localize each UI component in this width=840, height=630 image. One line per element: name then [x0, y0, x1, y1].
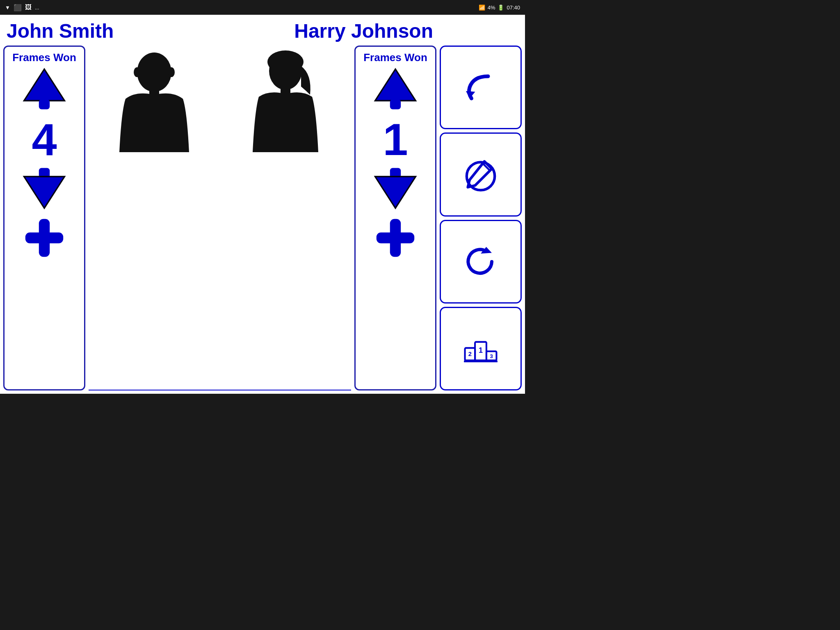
player2-score-panel: Frames Won 1 [354, 46, 436, 390]
refresh-button[interactable] [440, 220, 522, 304]
male-silhouette-svg [113, 50, 195, 156]
down-arrow-icon [22, 165, 67, 210]
content-row: Frames Won 4 [3, 46, 522, 390]
more-icon: ... [35, 5, 39, 11]
player2-name: Harry Johnson [294, 20, 433, 42]
svg-rect-5 [25, 232, 63, 243]
up-arrow-icon-2 [373, 67, 418, 112]
trophy-button[interactable]: 1 2 3 [440, 307, 522, 390]
player2-decrement-button[interactable] [373, 165, 418, 212]
app-icon-1: ⬛ [14, 4, 22, 11]
svg-text:3: 3 [490, 353, 493, 359]
svg-marker-19 [466, 91, 475, 98]
status-left: ▼ ⬛ 🖼 ... [5, 4, 39, 11]
svg-rect-14 [390, 99, 401, 109]
down-arrow-icon-2 [373, 165, 418, 210]
up-arrow-icon [22, 67, 67, 112]
svg-marker-0 [24, 69, 65, 100]
back-button[interactable] [440, 46, 522, 129]
svg-marker-16 [375, 176, 416, 208]
player1-avatar [109, 46, 199, 160]
player2-increment-button[interactable] [373, 67, 418, 114]
female-silhouette-svg [244, 50, 326, 156]
back-icon [462, 69, 499, 106]
trophy-icon: 1 2 3 [462, 330, 499, 367]
center-divider [89, 390, 351, 390]
svg-text:2: 2 [468, 351, 472, 357]
status-bar: ▼ ⬛ 🖼 ... 📶 4% 🔋 07:40 [0, 0, 525, 15]
center-area [89, 46, 351, 390]
svg-rect-1 [39, 99, 50, 109]
avatars-row [89, 46, 351, 160]
main-area: John Smith Harry Johnson Frames Won 4 [0, 15, 525, 394]
player1-score: 4 [32, 117, 57, 162]
svg-marker-13 [375, 69, 416, 100]
wifi-icon: 📶 [479, 5, 485, 11]
player1-increment-button[interactable] [22, 67, 67, 114]
refresh-icon [462, 243, 499, 280]
battery-icon: 🔋 [498, 5, 504, 11]
svg-marker-3 [24, 176, 65, 208]
player2-avatar [240, 46, 331, 160]
names-row: John Smith Harry Johnson [3, 18, 522, 44]
edit-icon [462, 156, 499, 193]
svg-text:1: 1 [479, 346, 483, 354]
svg-rect-18 [377, 232, 414, 243]
battery-percent: 4% [488, 5, 495, 11]
player2-add-button[interactable] [373, 215, 418, 262]
status-right: 📶 4% 🔋 07:40 [479, 5, 520, 11]
app-icon-2: 🖼 [25, 4, 32, 11]
plus-icon-2 [373, 215, 418, 260]
player1-frames-label: Frames Won [12, 52, 76, 64]
notification-arrow: ▼ [5, 5, 10, 11]
svg-point-11 [267, 50, 304, 73]
player2-score: 1 [383, 117, 408, 162]
player1-add-button[interactable] [22, 215, 67, 262]
right-action-panel: 1 2 3 [440, 46, 522, 390]
svg-point-8 [134, 67, 140, 77]
clock: 07:40 [507, 5, 520, 11]
player2-frames-label: Frames Won [363, 52, 427, 64]
player1-score-panel: Frames Won 4 [3, 46, 85, 390]
svg-point-6 [137, 52, 171, 92]
player1-decrement-button[interactable] [22, 165, 67, 212]
edit-button[interactable] [440, 132, 522, 216]
plus-icon [22, 215, 67, 260]
player1-name: John Smith [7, 20, 114, 42]
svg-point-9 [168, 67, 175, 77]
